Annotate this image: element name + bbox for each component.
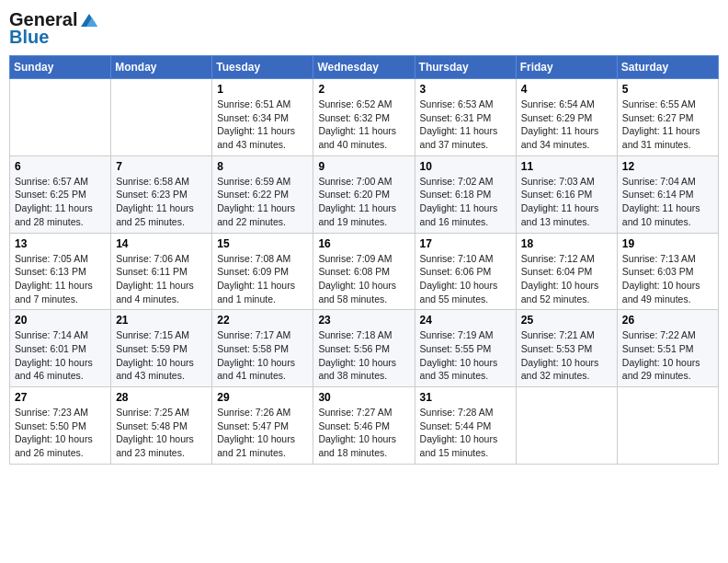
day-number: 18 bbox=[521, 237, 612, 250]
day-number: 5 bbox=[622, 83, 713, 96]
day-number: 4 bbox=[521, 83, 612, 96]
calendar-cell: 12Sunrise: 7:04 AM Sunset: 6:14 PM Dayli… bbox=[617, 155, 718, 233]
day-number: 6 bbox=[15, 160, 106, 173]
calendar-cell: 14Sunrise: 7:06 AM Sunset: 6:11 PM Dayli… bbox=[111, 233, 212, 310]
day-number: 30 bbox=[318, 391, 409, 404]
calendar-cell: 29Sunrise: 7:26 AM Sunset: 5:47 PM Dayli… bbox=[212, 387, 313, 465]
day-number: 12 bbox=[622, 160, 713, 173]
day-number: 17 bbox=[420, 237, 511, 250]
calendar-cell: 30Sunrise: 7:27 AM Sunset: 5:46 PM Dayli… bbox=[313, 387, 415, 465]
calendar-cell: 20Sunrise: 7:14 AM Sunset: 6:01 PM Dayli… bbox=[10, 310, 111, 387]
day-info: Sunrise: 7:19 AM Sunset: 5:55 PM Dayligh… bbox=[420, 328, 511, 383]
day-info: Sunrise: 7:14 AM Sunset: 6:01 PM Dayligh… bbox=[15, 328, 106, 383]
day-info: Sunrise: 6:51 AM Sunset: 6:34 PM Dayligh… bbox=[217, 98, 308, 152]
col-header-thursday: Thursday bbox=[415, 56, 516, 79]
calendar-cell: 10Sunrise: 7:02 AM Sunset: 6:18 PM Dayli… bbox=[415, 155, 516, 233]
day-number: 22 bbox=[217, 314, 308, 327]
calendar-week-2: 6Sunrise: 6:57 AM Sunset: 6:25 PM Daylig… bbox=[10, 155, 719, 233]
col-header-sunday: Sunday bbox=[10, 56, 111, 79]
calendar-cell: 3Sunrise: 6:53 AM Sunset: 6:31 PM Daylig… bbox=[415, 79, 516, 156]
calendar-cell: 25Sunrise: 7:21 AM Sunset: 5:53 PM Dayli… bbox=[516, 310, 617, 387]
calendar-cell: 26Sunrise: 7:22 AM Sunset: 5:51 PM Dayli… bbox=[617, 310, 718, 387]
calendar-cell: 15Sunrise: 7:08 AM Sunset: 6:09 PM Dayli… bbox=[212, 233, 313, 310]
calendar-cell: 13Sunrise: 7:05 AM Sunset: 6:13 PM Dayli… bbox=[10, 233, 111, 310]
day-info: Sunrise: 7:12 AM Sunset: 6:04 PM Dayligh… bbox=[521, 252, 612, 306]
calendar-cell bbox=[111, 79, 212, 156]
day-info: Sunrise: 7:27 AM Sunset: 5:46 PM Dayligh… bbox=[318, 406, 409, 460]
calendar-cell: 28Sunrise: 7:25 AM Sunset: 5:48 PM Dayli… bbox=[111, 387, 212, 465]
day-number: 23 bbox=[318, 314, 409, 327]
calendar-week-1: 1Sunrise: 6:51 AM Sunset: 6:34 PM Daylig… bbox=[10, 79, 719, 156]
day-number: 26 bbox=[622, 314, 713, 327]
day-info: Sunrise: 7:06 AM Sunset: 6:11 PM Dayligh… bbox=[116, 252, 207, 306]
day-number: 27 bbox=[15, 391, 106, 404]
day-info: Sunrise: 6:53 AM Sunset: 6:31 PM Dayligh… bbox=[420, 98, 511, 152]
page-header: General Blue bbox=[9, 9, 719, 48]
day-info: Sunrise: 7:26 AM Sunset: 5:47 PM Dayligh… bbox=[217, 406, 308, 460]
day-number: 7 bbox=[116, 160, 207, 173]
day-info: Sunrise: 7:05 AM Sunset: 6:13 PM Dayligh… bbox=[15, 252, 106, 306]
day-number: 8 bbox=[217, 160, 308, 173]
calendar-cell: 16Sunrise: 7:09 AM Sunset: 6:08 PM Dayli… bbox=[313, 233, 415, 310]
calendar-cell: 18Sunrise: 7:12 AM Sunset: 6:04 PM Dayli… bbox=[516, 233, 617, 310]
calendar-cell: 11Sunrise: 7:03 AM Sunset: 6:16 PM Dayli… bbox=[516, 155, 617, 233]
day-info: Sunrise: 7:09 AM Sunset: 6:08 PM Dayligh… bbox=[318, 252, 409, 306]
col-header-monday: Monday bbox=[111, 56, 212, 79]
day-info: Sunrise: 6:57 AM Sunset: 6:25 PM Dayligh… bbox=[15, 175, 106, 229]
day-number: 14 bbox=[116, 237, 207, 250]
calendar-cell bbox=[10, 79, 111, 156]
calendar-cell: 21Sunrise: 7:15 AM Sunset: 5:59 PM Dayli… bbox=[111, 310, 212, 387]
day-info: Sunrise: 7:04 AM Sunset: 6:14 PM Dayligh… bbox=[622, 175, 713, 229]
calendar-cell: 6Sunrise: 6:57 AM Sunset: 6:25 PM Daylig… bbox=[10, 155, 111, 233]
calendar-cell: 8Sunrise: 6:59 AM Sunset: 6:22 PM Daylig… bbox=[212, 155, 313, 233]
day-number: 2 bbox=[318, 83, 409, 96]
day-number: 1 bbox=[217, 83, 308, 96]
col-header-tuesday: Tuesday bbox=[212, 56, 313, 79]
day-info: Sunrise: 6:54 AM Sunset: 6:29 PM Dayligh… bbox=[521, 98, 612, 152]
day-number: 19 bbox=[622, 237, 713, 250]
calendar-cell: 4Sunrise: 6:54 AM Sunset: 6:29 PM Daylig… bbox=[516, 79, 617, 156]
logo-icon bbox=[79, 12, 99, 29]
calendar-cell: 19Sunrise: 7:13 AM Sunset: 6:03 PM Dayli… bbox=[617, 233, 718, 310]
day-number: 10 bbox=[420, 160, 511, 173]
day-info: Sunrise: 7:25 AM Sunset: 5:48 PM Dayligh… bbox=[116, 406, 207, 460]
day-number: 31 bbox=[420, 391, 511, 404]
day-info: Sunrise: 7:28 AM Sunset: 5:44 PM Dayligh… bbox=[420, 406, 511, 460]
day-number: 13 bbox=[15, 237, 106, 250]
day-info: Sunrise: 7:00 AM Sunset: 6:20 PM Dayligh… bbox=[318, 175, 409, 229]
day-number: 29 bbox=[217, 391, 308, 404]
day-info: Sunrise: 6:59 AM Sunset: 6:22 PM Dayligh… bbox=[217, 175, 308, 229]
day-info: Sunrise: 7:02 AM Sunset: 6:18 PM Dayligh… bbox=[420, 175, 511, 229]
calendar-week-5: 27Sunrise: 7:23 AM Sunset: 5:50 PM Dayli… bbox=[10, 387, 719, 465]
calendar-cell: 9Sunrise: 7:00 AM Sunset: 6:20 PM Daylig… bbox=[313, 155, 415, 233]
calendar-cell: 24Sunrise: 7:19 AM Sunset: 5:55 PM Dayli… bbox=[415, 310, 516, 387]
day-number: 3 bbox=[420, 83, 511, 96]
calendar-cell: 2Sunrise: 6:52 AM Sunset: 6:32 PM Daylig… bbox=[313, 79, 415, 156]
col-header-friday: Friday bbox=[516, 56, 617, 79]
day-info: Sunrise: 7:18 AM Sunset: 5:56 PM Dayligh… bbox=[318, 328, 409, 383]
logo: General Blue bbox=[9, 9, 101, 48]
calendar-cell bbox=[516, 387, 617, 465]
calendar-cell bbox=[617, 387, 718, 465]
day-number: 9 bbox=[318, 160, 409, 173]
day-info: Sunrise: 7:21 AM Sunset: 5:53 PM Dayligh… bbox=[521, 328, 612, 383]
calendar-cell: 27Sunrise: 7:23 AM Sunset: 5:50 PM Dayli… bbox=[10, 387, 111, 465]
calendar-week-3: 13Sunrise: 7:05 AM Sunset: 6:13 PM Dayli… bbox=[10, 233, 719, 310]
day-info: Sunrise: 7:22 AM Sunset: 5:51 PM Dayligh… bbox=[622, 328, 713, 383]
calendar-cell: 17Sunrise: 7:10 AM Sunset: 6:06 PM Dayli… bbox=[415, 233, 516, 310]
day-number: 28 bbox=[116, 391, 207, 404]
day-info: Sunrise: 7:03 AM Sunset: 6:16 PM Dayligh… bbox=[521, 175, 612, 229]
calendar-cell: 23Sunrise: 7:18 AM Sunset: 5:56 PM Dayli… bbox=[313, 310, 415, 387]
day-number: 20 bbox=[15, 314, 106, 327]
day-info: Sunrise: 6:52 AM Sunset: 6:32 PM Dayligh… bbox=[318, 98, 409, 152]
day-info: Sunrise: 6:55 AM Sunset: 6:27 PM Dayligh… bbox=[622, 98, 713, 152]
calendar-cell: 5Sunrise: 6:55 AM Sunset: 6:27 PM Daylig… bbox=[617, 79, 718, 156]
day-info: Sunrise: 7:10 AM Sunset: 6:06 PM Dayligh… bbox=[420, 252, 511, 306]
calendar-header-row: SundayMondayTuesdayWednesdayThursdayFrid… bbox=[10, 56, 719, 79]
day-info: Sunrise: 6:58 AM Sunset: 6:23 PM Dayligh… bbox=[116, 175, 207, 229]
day-info: Sunrise: 7:13 AM Sunset: 6:03 PM Dayligh… bbox=[622, 252, 713, 306]
calendar-week-4: 20Sunrise: 7:14 AM Sunset: 6:01 PM Dayli… bbox=[10, 310, 719, 387]
day-number: 16 bbox=[318, 237, 409, 250]
day-info: Sunrise: 7:08 AM Sunset: 6:09 PM Dayligh… bbox=[217, 252, 308, 306]
col-header-saturday: Saturday bbox=[617, 56, 718, 79]
